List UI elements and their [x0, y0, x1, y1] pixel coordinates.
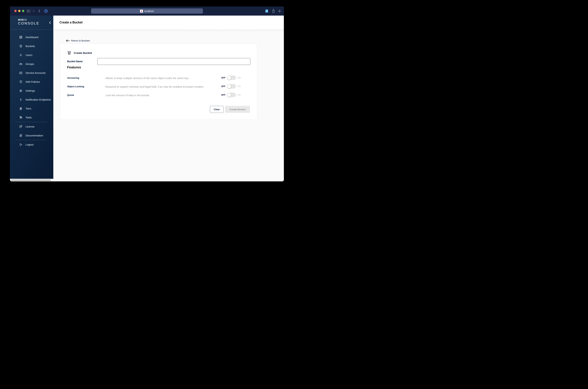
sidebar-item-service-accounts[interactable]: Service Accounts: [10, 68, 53, 77]
sidebar-item-label: Service Accounts: [26, 71, 46, 74]
card-title-label: Create Bucket: [74, 51, 92, 55]
sidebar-item-label: IAM Policies: [26, 80, 40, 83]
sidebar-item-iam-policies[interactable]: IAM Policies: [10, 77, 53, 86]
notification-endpoints-icon: λ: [19, 98, 23, 101]
toggle-on-label: ON: [237, 85, 241, 88]
sidebar-item-license[interactable]: License: [10, 122, 53, 131]
sidebar-column: MINIO CONSOLE Dashboard: [10, 16, 53, 181]
feature-name: Versioning: [67, 76, 79, 79]
sidebar-item-tiers[interactable]: Tiers: [10, 104, 53, 113]
zoom-window-button[interactable]: [22, 10, 24, 12]
minimize-window-button[interactable]: [18, 10, 20, 12]
create-bucket-card: Create Bucket Bucket Name Features Versi…: [60, 44, 257, 120]
sidebar-collapse-icon[interactable]: [49, 21, 51, 25]
sidebar-item-tools[interactable]: Tools: [10, 113, 53, 122]
sidebar-nav: Dashboard Buckets Users: [10, 30, 53, 149]
address-url: localhost: [144, 10, 154, 12]
documentation-icon: [19, 134, 23, 137]
service-accounts-icon: [19, 71, 23, 75]
versioning-toggle-track[interactable]: [227, 76, 236, 80]
sidebar-item-buckets[interactable]: Buckets: [10, 42, 53, 51]
svg-text:λ: λ: [20, 98, 22, 101]
new-tab-icon[interactable]: [278, 6, 281, 16]
features-heading: Features: [67, 65, 81, 69]
feature-row-versioning: Versioning Allows to keep multiple versi…: [60, 73, 257, 82]
toggle-off-label: OFF: [221, 85, 226, 88]
page-title: Create a Bucket: [59, 21, 83, 24]
sidebar-item-label: Settings: [26, 89, 35, 92]
iam-policies-icon: [19, 80, 23, 84]
create-bucket-button[interactable]: Create Bucket: [225, 106, 250, 113]
back-arrow-icon: [66, 39, 70, 42]
return-to-buckets-link[interactable]: Return to Buckets: [66, 39, 90, 42]
address-bar[interactable]: localhost: [91, 8, 203, 14]
sidebar-item-label: Documentation: [26, 134, 43, 137]
page-content: Return to Buckets Create Bucket Bucket N…: [53, 30, 284, 181]
clear-button[interactable]: Clear: [210, 106, 224, 113]
ghostery-icon[interactable]: [265, 6, 268, 16]
close-window-button[interactable]: [14, 10, 17, 12]
sidebar-item-label: Tools: [26, 116, 32, 119]
onepassword-icon[interactable]: [44, 6, 48, 16]
bucket-name-input[interactable]: [97, 58, 250, 65]
feature-description: Allows to keep multiple versions of the …: [105, 76, 189, 79]
sidebar-toggle-icon[interactable]: [27, 6, 30, 16]
sidebar-item-settings[interactable]: Settings: [10, 86, 53, 95]
back-icon[interactable]: [38, 6, 40, 16]
site-favicon: [140, 10, 143, 13]
sidebar-item-groups[interactable]: Groups: [10, 60, 53, 68]
sidebar-item-label: Dashboard: [26, 36, 38, 39]
feature-row-object-locking: Object Locking Required to support reten…: [60, 82, 257, 91]
tools-icon: [19, 116, 23, 119]
toggle-knob: [227, 93, 231, 97]
page-header: Create a Bucket: [53, 16, 284, 30]
feature-name: Quota: [67, 94, 74, 96]
sidebar-item-users[interactable]: Users: [10, 51, 53, 60]
bucket-icon: [67, 51, 71, 55]
toggle-on-label: ON: [237, 77, 241, 79]
license-icon: [19, 125, 23, 128]
toggle-knob: [227, 76, 231, 80]
object-locking-toggle-track[interactable]: [227, 84, 236, 89]
sidebar-item-dashboard[interactable]: Dashboard: [10, 33, 53, 42]
toggle-on-label: ON: [237, 94, 241, 96]
toggle-off-label: OFF: [221, 94, 226, 96]
logout-icon: [19, 143, 23, 146]
minio-console-logo: MINIO CONSOLE: [18, 18, 39, 25]
browser-window: localhost MINIO CONSO: [10, 6, 284, 181]
browser-titlebar: localhost: [10, 6, 284, 16]
main-area: Create a Bucket Return to Buckets Create…: [53, 16, 284, 181]
logo-brand-light: IO: [24, 18, 27, 21]
sidebar-item-notification-endpoints[interactable]: λ Notification Endpoints: [10, 95, 53, 104]
buckets-icon: [19, 44, 23, 48]
sidebar-item-documentation[interactable]: Documentation: [10, 131, 53, 140]
sidebar-item-label: Groups: [26, 63, 34, 65]
toggle-off-label: OFF: [221, 77, 226, 79]
versioning-toggle[interactable]: OFF ON: [221, 76, 241, 80]
quota-toggle-track[interactable]: [227, 93, 236, 97]
quota-toggle[interactable]: OFF ON: [221, 93, 241, 97]
chevron-down-icon[interactable]: [33, 6, 35, 16]
window-controls: [14, 10, 24, 12]
groups-icon: [19, 62, 23, 66]
sidebar-item-logout[interactable]: Logout: [10, 140, 53, 149]
sidebar-scroll-strip: [10, 179, 53, 181]
sidebar-item-label: Logout: [26, 143, 33, 146]
sidebar-item-label: Users: [26, 54, 32, 57]
back-link-label: Return to Buckets: [71, 39, 90, 42]
feature-name: Object Locking: [67, 85, 84, 88]
sidebar-item-label: Tiers: [26, 107, 31, 110]
features-list: Versioning Allows to keep multiple versi…: [60, 73, 257, 99]
horizontal-scrollbar[interactable]: [11, 179, 51, 181]
sidebar-item-label: License: [26, 125, 35, 128]
card-title: Create Bucket: [67, 51, 92, 55]
sidebar-item-label: Buckets: [26, 45, 35, 48]
tiers-icon: [19, 107, 23, 110]
feature-row-quota: Quota Limit the amount of data in the bu…: [60, 91, 257, 99]
feature-description: Required to support retention and legal …: [105, 85, 204, 88]
card-actions: Clear Create Bucket: [210, 106, 250, 113]
share-icon[interactable]: [272, 6, 275, 16]
object-locking-toggle[interactable]: OFF ON: [221, 84, 241, 89]
sidebar-item-label: Notification Endpoints: [26, 98, 51, 101]
logo-product: CONSOLE: [18, 21, 39, 25]
